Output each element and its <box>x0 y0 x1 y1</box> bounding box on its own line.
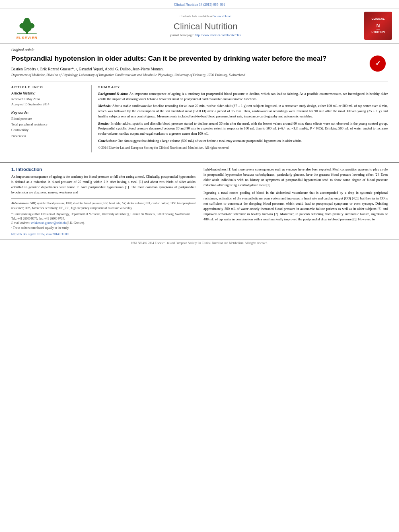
background-label: Background & aims: <box>98 92 128 96</box>
main-left-column: 1. Introduction An important consequence… <box>11 167 195 236</box>
results-label: Results: <box>98 121 109 125</box>
crossmark-icon: ✓ <box>372 58 383 69</box>
homepage-url[interactable]: http://www.elsevier.com/locate/clnu <box>195 33 241 37</box>
email-label: E-mail address: <box>11 221 31 225</box>
footnote1-line: ¹ These authors contributed equally to t… <box>11 226 195 230</box>
intro-para2: light-headedness [1] but more severe con… <box>204 167 388 188</box>
elsevier-brand-text: ELSEVIER <box>16 36 38 40</box>
intro-left-text: An important consequence of ageing is th… <box>11 174 195 195</box>
corresponding-label: * Corresponding author. <box>11 212 41 216</box>
conclusions-text: Our data suggest that drinking a large v… <box>117 139 302 143</box>
badge-text1: CLINICAL <box>372 17 385 21</box>
journal-header: ELSEVIER Contents lists available at Sci… <box>0 8 399 44</box>
abbreviations-line: Abbreviations: SBP, systolic blood press… <box>11 201 195 210</box>
background-para: Background & aims: An important conseque… <box>98 91 388 102</box>
article-body: Original article Postprandial hypotensio… <box>0 44 399 160</box>
email-note: (E.K. Grasser). <box>66 221 84 225</box>
article-info-header: ARTICLE INFO <box>11 85 86 89</box>
intro-section-title: 1. Introduction <box>11 167 195 172</box>
keywords-label: Keywords: <box>11 111 86 115</box>
badge-text2: N <box>376 22 380 30</box>
methods-text: After a stable cardiovascular baseline r… <box>98 104 388 118</box>
corresponding-line: * Corresponding author. Division of Phys… <box>11 212 195 221</box>
article-dates: Received 1 May 2014 Accepted 15 Septembe… <box>11 97 86 107</box>
journal-title: Clinical Nutrition <box>174 21 238 32</box>
doi-line: http://dx.doi.org/10.1016/j.clnu.2014.03… <box>11 232 195 236</box>
crossmark: ✓ <box>368 54 388 72</box>
authors: Bastien Grobéty ¹, Erik Konrad Grasser*,… <box>11 67 388 71</box>
contents-label: Contents lists available at <box>180 14 213 18</box>
summary-text: Background & aims: An important conseque… <box>98 91 388 150</box>
abbrev-text: SBP, systolic blood pressure; DBP, diast… <box>11 201 195 210</box>
email-line: E-mail address: erikkonrad.grasser@unifr… <box>11 221 195 225</box>
svg-point-5 <box>24 18 30 23</box>
methods-para: Methods: After a stable cardiovascular b… <box>98 103 388 119</box>
affiliation: Department of Medicine, Division of Phys… <box>11 73 388 78</box>
keywords-list: Blood pressure Total peripheral resistan… <box>11 116 86 139</box>
keyword-2: Total peripheral resistance <box>11 121 86 127</box>
received-date: Received 1 May 2014 <box>11 97 86 102</box>
sciencedirect-link[interactable]: ScienceDirect <box>214 14 232 18</box>
summary-column: SUMMARY Background & aims: An important … <box>98 85 388 152</box>
main-two-col: 1. Introduction An important consequence… <box>11 167 388 236</box>
svg-text:✓: ✓ <box>375 60 380 67</box>
article-type-label: Original article <box>11 48 388 52</box>
results-para: Results: In older adults, systolic and d… <box>98 121 388 136</box>
doi-link[interactable]: http://dx.doi.org/10.1016/j.clnu.2014.03… <box>11 232 68 236</box>
intro-right-text: light-headedness [1] but more severe con… <box>204 167 388 222</box>
copyright-line: © 2014 Elsevier Ltd and European Society… <box>98 146 388 150</box>
conclusions-para: Conclusions: Our data suggest that drink… <box>98 138 388 144</box>
background-text: An important consequence of ageing is a … <box>98 92 388 101</box>
title-text: Postprandial hypotension in older adults… <box>11 55 327 62</box>
citation-text: Clinical Nutrition 34 (2015) 885–891 <box>174 2 225 6</box>
homepage-line: journal homepage: http://www.elsevier.co… <box>170 33 241 37</box>
intro-para1: An important consequence of ageing is th… <box>11 174 195 195</box>
accepted-date: Accepted 15 September 2014 <box>11 102 86 107</box>
history-label: Article history: <box>11 91 86 95</box>
page: Clinical Nutrition 34 (2015) 885–891 ELS… <box>0 0 399 532</box>
abbrev-label: Abbreviations: <box>11 201 29 205</box>
clinical-nutrition-badge: CLINICAL N UTRITION <box>364 12 392 40</box>
elsevier-tree-icon <box>15 17 39 35</box>
journal-citation: Clinical Nutrition 34 (2015) 885–891 <box>0 0 399 8</box>
svg-rect-6 <box>17 33 37 33</box>
footer: 0261-5614/© 2014 Elsevier Ltd and Europe… <box>0 239 399 246</box>
methods-label: Methods: <box>98 104 111 108</box>
keyword-4: Prevention <box>11 133 86 139</box>
keyword-3: Contractility <box>11 127 86 133</box>
footnotes-box: Abbreviations: SBP, systolic blood press… <box>11 198 195 230</box>
info-summary-section: ARTICLE INFO Article history: Received 1… <box>11 82 388 152</box>
conclusions-label: Conclusions: <box>98 139 117 143</box>
section-title-text: Introduction <box>16 167 42 172</box>
main-right-column: light-headedness [1] but more severe con… <box>204 167 388 236</box>
main-content: 1. Introduction An important consequence… <box>0 162 399 236</box>
email-address[interactable]: erikkonrad.grasser@unifr.ch <box>31 221 66 225</box>
journal-center: Contents lists available at ScienceDirec… <box>53 12 358 40</box>
sciencedirect-line: Contents lists available at ScienceDirec… <box>180 14 232 18</box>
elsevier-logo-container: ELSEVIER <box>5 12 49 40</box>
crossmark-badge: ✓ <box>370 55 386 72</box>
article-info-column: ARTICLE INFO Article history: Received 1… <box>11 85 92 152</box>
badge-text3: UTRITION <box>371 31 385 34</box>
keyword-1: Blood pressure <box>11 116 86 121</box>
intro-para3: Ingesting a meal causes pooling of blood… <box>204 190 388 222</box>
article-title: Postprandial hypotension in older adults… <box>11 54 388 63</box>
section-number: 1. <box>11 167 16 172</box>
summary-header: SUMMARY <box>98 85 388 89</box>
results-text: In older adults, systolic and diastolic … <box>98 121 388 136</box>
homepage-label: journal homepage: <box>170 33 194 37</box>
elsevier-logo: ELSEVIER <box>15 17 39 40</box>
badge-container: CLINICAL N UTRITION <box>362 12 394 40</box>
